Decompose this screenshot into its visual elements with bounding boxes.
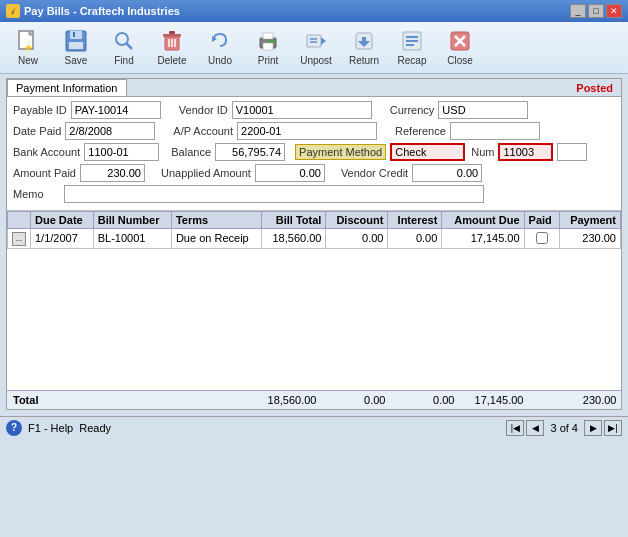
svg-rect-28 (406, 40, 418, 42)
svg-point-7 (116, 33, 128, 45)
col-bill-total: Bill Total (262, 212, 326, 229)
nav-next-button[interactable]: ▶ (584, 420, 602, 436)
nav-prev-button[interactable]: ◀ (526, 420, 544, 436)
memo-label: Memo (13, 188, 44, 200)
close-button[interactable]: ✕ (606, 4, 622, 18)
recap-icon (400, 29, 424, 53)
toolbar-close-button[interactable]: Close (438, 26, 482, 70)
svg-rect-5 (69, 42, 83, 49)
nav-page-info: 3 of 4 (546, 422, 582, 434)
vendor-id-label: Vendor ID (179, 104, 228, 116)
find-label: Find (114, 55, 133, 66)
save-label: Save (65, 55, 88, 66)
print-button[interactable]: Print (246, 26, 290, 70)
svg-rect-29 (406, 44, 414, 46)
vendor-credit-label: Vendor Credit (341, 167, 408, 179)
form-row-2: Date Paid A/P Account Reference (13, 122, 615, 140)
col-expand (8, 212, 31, 229)
toolbar-close-label: Close (447, 55, 473, 66)
balance-input[interactable] (215, 143, 285, 161)
unpost-button[interactable]: Unpost (294, 26, 338, 70)
expand-button[interactable]: ... (12, 232, 26, 246)
col-amount-due: Amount Due (442, 212, 524, 229)
num-input[interactable] (498, 143, 553, 161)
table-row: ... 1/1/2007 BL-10001 Due on Receip 18,5… (8, 229, 621, 249)
col-paid: Paid (524, 212, 560, 229)
vendor-id-input[interactable] (232, 101, 372, 119)
row-paid-cell (524, 229, 560, 249)
totals-label: Total (13, 394, 38, 406)
num-label: Num (471, 146, 494, 158)
row-amount-due: 17,145.00 (442, 229, 524, 249)
bank-account-label: Bank Account (13, 146, 80, 158)
nav-controls: |◀ ◀ 3 of 4 ▶ ▶| (506, 420, 622, 436)
tab-row: Payment Information Posted (7, 79, 621, 97)
payable-id-input[interactable] (71, 101, 161, 119)
balance-label: Balance (171, 146, 211, 158)
row-due-date: 1/1/2007 (31, 229, 94, 249)
totals-bill-total: 18,560.00 (236, 394, 316, 406)
svg-rect-4 (70, 31, 82, 39)
row-bill-number: BL-10001 (93, 229, 171, 249)
date-paid-input[interactable] (65, 122, 155, 140)
nav-first-button[interactable]: |◀ (506, 420, 524, 436)
print-label: Print (258, 55, 279, 66)
status-text: Ready (79, 422, 111, 434)
row-interest: 0.00 (388, 229, 442, 249)
return-button[interactable]: Return (342, 26, 386, 70)
recap-label: Recap (398, 55, 427, 66)
form-row-5: Memo (13, 185, 615, 203)
maximize-button[interactable]: □ (588, 4, 604, 18)
svg-point-19 (271, 40, 274, 43)
bank-account-input[interactable] (84, 143, 159, 161)
payment-method-label: Payment Method (295, 144, 386, 160)
svg-rect-11 (169, 31, 175, 34)
unapplied-amount-input[interactable] (255, 164, 325, 182)
save-button[interactable]: Save (54, 26, 98, 70)
window-title: Pay Bills - Craftech Industries (24, 5, 180, 17)
undo-button[interactable]: Undo (198, 26, 242, 70)
svg-rect-20 (307, 35, 321, 47)
reference-input[interactable] (450, 122, 540, 140)
amount-paid-input[interactable] (80, 164, 145, 182)
ap-account-label: A/P Account (173, 125, 233, 137)
totals-payment: 230.00 (551, 394, 616, 406)
delete-button[interactable]: Delete (150, 26, 194, 70)
status-left: ? F1 - Help Ready (6, 420, 111, 436)
col-terms: Terms (171, 212, 261, 229)
main-content: Payment Information Posted Payable ID Ve… (0, 74, 628, 416)
toolbar: ★ New Save Find (0, 22, 628, 74)
unpost-label: Unpost (300, 55, 332, 66)
currency-input[interactable] (438, 101, 528, 119)
paid-checkbox[interactable] (536, 232, 548, 244)
date-paid-label: Date Paid (13, 125, 61, 137)
help-label: F1 - Help (28, 422, 73, 434)
svg-rect-17 (263, 43, 273, 50)
toolbar-close-icon (448, 29, 472, 53)
svg-text:★: ★ (24, 42, 33, 53)
form-section: Payable ID Vendor ID Currency Date Paid … (7, 97, 621, 210)
vendor-credit-input[interactable] (412, 164, 482, 182)
row-expand-cell[interactable]: ... (8, 229, 31, 249)
find-button[interactable]: Find (102, 26, 146, 70)
num-extra-input[interactable] (557, 143, 587, 161)
new-label: New (18, 55, 38, 66)
tab-payment-information[interactable]: Payment Information (7, 79, 127, 96)
app-icon: 💰 (6, 4, 20, 18)
delete-label: Delete (158, 55, 187, 66)
row-bill-total: 18,560.00 (262, 229, 326, 249)
memo-input[interactable] (64, 185, 484, 203)
form-row-3: Bank Account Balance Payment Method Num (13, 143, 615, 161)
totals-row: Total 18,560.00 0.00 0.00 17,145.00 230.… (7, 390, 621, 409)
recap-button[interactable]: Recap (390, 26, 434, 70)
nav-last-button[interactable]: ▶| (604, 420, 622, 436)
payment-method-input[interactable] (390, 143, 465, 161)
ap-account-input[interactable] (237, 122, 377, 140)
row-terms: Due on Receip (171, 229, 261, 249)
new-button[interactable]: ★ New (6, 26, 50, 70)
bill-table-area: Due Date Bill Number Terms Bill Total Di… (7, 210, 621, 390)
return-icon (352, 29, 376, 53)
form-row-4: Amount Paid Unapplied Amount Vendor Cred… (13, 164, 615, 182)
minimize-button[interactable]: _ (570, 4, 586, 18)
svg-rect-27 (406, 36, 418, 38)
